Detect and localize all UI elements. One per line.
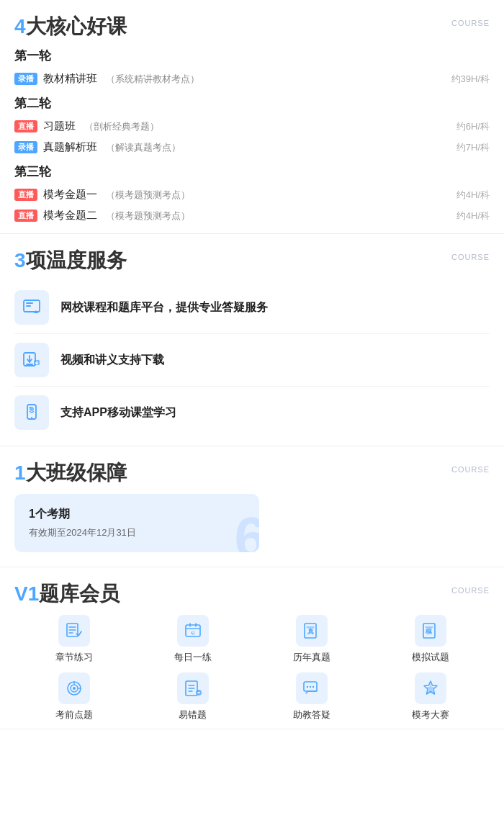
section4-label: COURSE (451, 586, 490, 595)
svg-point-42 (312, 686, 313, 688)
section4-title-rest: 题库会员 (39, 582, 120, 605)
tag-recorded-3: 录播 (14, 141, 37, 153)
history-icon: 真 (302, 621, 321, 640)
section3-title-rest: 大班级保障 (26, 462, 127, 484)
svg-point-8 (31, 417, 32, 418)
tag-recorded-1: 录播 (14, 73, 37, 85)
mock-icon: 模 (421, 621, 440, 640)
section-guarantee: 1大班级保障 COURSE 1个考期 有效期至2024年12月31日 6 (0, 446, 504, 567)
course-duration-1: 约39H/科 (451, 73, 490, 86)
svg-rect-1 (26, 302, 33, 304)
feature-icon-contest (415, 672, 446, 704)
wrong-icon (184, 679, 202, 698)
round1-title: 第一轮 (14, 48, 490, 64)
course-sub-1: （系统精讲教材考点） (106, 73, 199, 86)
section1-title-rest: 大核心好课 (26, 15, 127, 37)
feature-icon-history: 真 (296, 615, 328, 647)
qa-icon (22, 297, 42, 318)
round2-title: 第二轮 (14, 95, 490, 112)
download-icon (22, 350, 42, 370)
svg-point-41 (309, 686, 310, 688)
section1-title: 4大核心好课 (14, 13, 127, 40)
feature-item-assistant: 助教答疑 (252, 672, 371, 721)
feature-icon-assistant (296, 672, 328, 704)
course-row-4: 直播 模考金题一 （模考题预测考点） 约4H/科 (14, 184, 490, 205)
service-item-download: 视频和讲义支持下载 (14, 334, 490, 387)
feature-item-history: 真 历年真题 (252, 615, 371, 664)
tag-live-5: 直播 (14, 210, 37, 222)
feature-label-history: 历年真题 (293, 651, 330, 664)
feature-icon-daily (177, 615, 209, 647)
section2-header: 3项温度服务 COURSE (14, 247, 490, 274)
course-sub-2: （剖析经典考题） (84, 120, 159, 133)
service-icon-mobile (14, 395, 49, 430)
service-text-download: 视频和讲义支持下载 (60, 353, 164, 368)
course-name-3: 真题解析班 (43, 140, 97, 154)
section3-title: 1大班级保障 (14, 459, 127, 487)
course-name-1: 教材精讲班 (43, 72, 97, 86)
svg-rect-2 (26, 305, 31, 307)
round3-title: 第三轮 (14, 163, 490, 180)
feature-item-preexam: 考前点题 (14, 672, 133, 721)
course-row-3: 录播 真题解析班 （解读真题考点） 约7H/科 (14, 137, 490, 158)
course-duration-3: 约7H/科 (456, 141, 490, 154)
section4-header: V1题库会员 COURSE (14, 580, 490, 608)
section4-title: V1题库会员 (14, 580, 120, 608)
mobile-icon (22, 402, 42, 423)
guarantee-card: 1个考期 有效期至2024年12月31日 6 (14, 494, 259, 552)
svg-text:模: 模 (425, 628, 433, 635)
section1-label: COURSE (451, 19, 490, 27)
guarantee-card-title: 1个考期 (29, 507, 245, 522)
feature-icon-chapter (58, 615, 90, 647)
course-row-2: 直播 习题班 （剖析经典考题） 约6H/科 (14, 116, 490, 137)
course-sub-5: （模考题预测考点） (106, 210, 190, 222)
feature-label-chapter: 章节练习 (55, 651, 93, 664)
feature-item-mock: 模 模拟试题 (371, 615, 490, 664)
service-text-qa: 网校课程和题库平台，提供专业答疑服务 (60, 300, 268, 315)
course-duration-5: 约4H/科 (456, 210, 490, 222)
feature-icon-mock: 模 (415, 615, 446, 647)
feature-item-daily: 每日一练 (133, 615, 252, 664)
chapter-icon (65, 621, 84, 640)
section2-title-rest: 项温度服务 (26, 249, 127, 271)
service-icon-download (14, 343, 49, 377)
daily-icon (184, 621, 202, 640)
svg-text:真: 真 (307, 628, 315, 635)
feature-grid: 章节练习 每日一练 真 (14, 615, 490, 721)
feature-label-mock: 模拟试题 (412, 651, 449, 664)
guarantee-card-sub: 有效期至2024年12月31日 (29, 526, 245, 539)
section2-title-num: 3 (14, 249, 26, 271)
section1-title-num: 4 (14, 15, 26, 37)
course-row-1: 录播 教材精讲班 （系统精讲教材考点） 约39H/科 (14, 68, 490, 89)
feature-item-contest: 模考大赛 (371, 672, 490, 721)
feature-label-daily: 每日一练 (174, 651, 212, 664)
section2-title: 3项温度服务 (14, 247, 127, 274)
course-name-4: 模考金题一 (43, 188, 97, 202)
course-sub-3: （解读真题考点） (106, 141, 181, 154)
feature-item-chapter: 章节练习 (14, 615, 133, 664)
course-row-5: 直播 模考金题二 （模考题预测考点） 约4H/科 (14, 205, 490, 226)
service-text-mobile: 支持APP移动课堂学习 (60, 405, 176, 420)
preexam-icon (65, 679, 84, 698)
svg-point-30 (73, 687, 76, 690)
tag-live-4: 直播 (14, 189, 37, 201)
course-duration-4: 约4H/科 (456, 189, 490, 202)
service-item-mobile: 支持APP移动课堂学习 (14, 387, 490, 438)
feature-label-preexam: 考前点题 (55, 708, 93, 721)
section-question-bank: V1题库会员 COURSE 章节练习 (0, 567, 504, 729)
contest-icon (421, 679, 440, 698)
course-name-5: 模考金题二 (43, 209, 97, 222)
section3-label: COURSE (451, 465, 490, 474)
service-icon-qa (14, 290, 49, 325)
section4-title-v1: V1 (14, 582, 39, 605)
feature-icon-preexam (58, 672, 90, 704)
svg-rect-15 (186, 625, 200, 636)
assistant-icon (302, 679, 321, 698)
svg-point-40 (306, 686, 307, 688)
feature-label-wrong: 易错题 (179, 708, 207, 721)
section3-title-num: 1 (14, 462, 26, 484)
section2-label: COURSE (451, 253, 490, 261)
feature-item-wrong: 易错题 (133, 672, 252, 721)
section-warm-services: 3项温度服务 COURSE 网校课程和题库平台，提供专业答疑服务 (0, 234, 504, 446)
tag-live-2: 直播 (14, 120, 37, 132)
